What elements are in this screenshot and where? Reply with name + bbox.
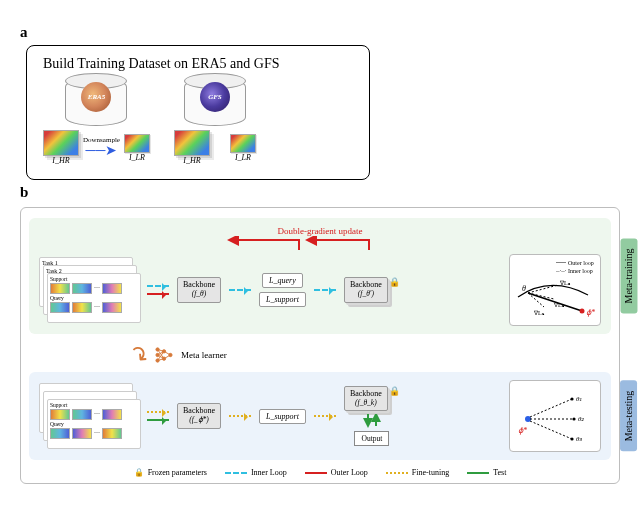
train-backbone-2: Backbone (f_θ') bbox=[344, 277, 388, 302]
test-inset: ϕ* θ₁ θ₂ θ₃ bbox=[509, 380, 601, 452]
train-task-3-card: Support … Query … bbox=[47, 273, 141, 323]
svg-text:──: ── bbox=[555, 259, 566, 267]
svg-text:θ₂: θ₂ bbox=[578, 415, 584, 423]
inner-arrow-icon bbox=[147, 285, 169, 287]
svg-text:∇L₃: ∇L₃ bbox=[559, 280, 571, 286]
thumb-icon bbox=[102, 283, 122, 294]
svg-line-29 bbox=[530, 399, 572, 417]
test-task-card: Support … Query … bbox=[47, 399, 141, 449]
panel-a-title: Build Training Dataset on ERA5 and GFS bbox=[43, 56, 353, 72]
thumb-icon bbox=[72, 428, 92, 439]
inner-line-icon bbox=[225, 472, 247, 474]
inner-arrow-icon bbox=[229, 289, 251, 291]
era5-globe-icon: ERA5 bbox=[81, 82, 111, 112]
test-backbone-2: Backbone (f_θ_k) bbox=[344, 386, 388, 411]
loss-query-box: L_query bbox=[262, 273, 303, 288]
thumb-icon bbox=[50, 409, 70, 420]
legend-inner: Inner Loop bbox=[251, 468, 287, 477]
svg-text:θ₁: θ₁ bbox=[576, 395, 582, 403]
test-output-arrows-icon bbox=[362, 414, 382, 428]
legend-test: Test bbox=[493, 468, 506, 477]
outer-arrow-icon bbox=[147, 293, 169, 295]
meta-testing-phase: Meta-testing Support … Query … Backbone … bbox=[29, 372, 611, 460]
thumb-icon bbox=[50, 283, 70, 294]
gfs-globe-icon: GFS bbox=[200, 82, 230, 112]
legend-frozen: Frozen parameters bbox=[148, 468, 207, 477]
thumb-icon bbox=[72, 283, 92, 294]
ft-line-icon bbox=[386, 472, 408, 474]
gfs-cylinder: GFS bbox=[184, 78, 246, 126]
era5-label: ERA5 bbox=[88, 93, 106, 101]
neural-net-icon bbox=[153, 344, 175, 366]
svg-point-32 bbox=[570, 397, 573, 400]
thumb-icon bbox=[72, 302, 92, 313]
thumb-icon bbox=[102, 302, 122, 313]
test-line-icon bbox=[467, 472, 489, 474]
outer-line-icon bbox=[305, 472, 327, 474]
legend-outer: Outer Loop bbox=[331, 468, 368, 477]
thumb-icon bbox=[50, 428, 70, 439]
svg-point-9 bbox=[580, 309, 585, 314]
loss-support-box: L_support bbox=[259, 292, 306, 307]
inner-arrow-icon bbox=[314, 289, 336, 291]
era5-cylinder: ERA5 bbox=[65, 78, 127, 126]
gfs-hr-heatmap-icon bbox=[174, 130, 210, 156]
test-support-label: Support bbox=[50, 402, 138, 408]
svg-text:ϕ*: ϕ* bbox=[586, 308, 595, 317]
lock-icon: 🔒 bbox=[389, 386, 400, 396]
lock-icon: 🔒 bbox=[134, 468, 144, 477]
test-task-stack: Support … Query … bbox=[39, 383, 139, 449]
svg-text:θ₃: θ₃ bbox=[576, 435, 583, 443]
finetune-arrow-icon bbox=[147, 411, 169, 413]
svg-text:ϕ*: ϕ* bbox=[518, 426, 527, 435]
meta-learner-label: Meta learner bbox=[181, 350, 227, 360]
dataset-era5: ERA5 I_HR Downsample ──➤ I_LR bbox=[43, 78, 150, 165]
test-arrow-icon bbox=[147, 419, 169, 421]
meta-training-tab: Meta-training bbox=[621, 239, 638, 314]
finetune-arrow-icon bbox=[314, 415, 336, 417]
era5-lr-label: I_LR bbox=[129, 153, 145, 162]
lock-icon: 🔒 bbox=[389, 277, 400, 287]
meta-training-phase: Meta-training Double-gradient update Tas… bbox=[29, 218, 611, 334]
legend-ft: Fine-tuning bbox=[412, 468, 449, 477]
test-backbone-1: Backbone (f_ϕ*) bbox=[177, 403, 221, 428]
outer-loop-top-arrows-icon bbox=[39, 236, 601, 254]
train-support-label: Support bbox=[50, 276, 138, 282]
gfs-lr-heatmap-icon bbox=[230, 134, 256, 153]
downsample-arrow-icon: Downsample ──➤ bbox=[83, 137, 120, 158]
svg-line-8 bbox=[528, 293, 582, 311]
thumb-icon bbox=[102, 409, 122, 420]
svg-line-31 bbox=[530, 421, 572, 439]
output-box: Output bbox=[354, 431, 389, 446]
train-inset: ── Outer loop –·–·Inner loop θ ∇L₁ ∇L₂ ∇… bbox=[509, 254, 601, 326]
double-gradient-update-label: Double-gradient update bbox=[39, 226, 601, 236]
panel-a-box: Build Training Dataset on ERA5 and GFS E… bbox=[26, 45, 370, 180]
outer-loop-text: Outer loop bbox=[568, 260, 594, 266]
svg-point-36 bbox=[570, 437, 573, 440]
svg-text:∇L₁: ∇L₁ bbox=[533, 310, 545, 316]
panel-b-label: b bbox=[20, 184, 620, 201]
gfs-label: GFS bbox=[208, 93, 222, 101]
panel-b-box: Meta-training Double-gradient update Tas… bbox=[20, 207, 620, 484]
dataset-gfs: GFS I_HR I_LR bbox=[174, 78, 256, 165]
test-query-label: Query bbox=[50, 421, 138, 427]
panel-a-label: a bbox=[20, 24, 620, 41]
meta-testing-tab: Meta-testing bbox=[621, 381, 638, 452]
svg-text:–·–·: –·–· bbox=[555, 267, 567, 275]
finetune-arrow-icon bbox=[229, 415, 251, 417]
era5-lr-heatmap-icon bbox=[124, 134, 150, 153]
gfs-lr-label: I_LR bbox=[235, 153, 251, 162]
legend: 🔒Frozen parameters Inner Loop Outer Loop… bbox=[29, 468, 611, 477]
era5-hr-label: I_HR bbox=[52, 156, 69, 165]
train-query-label: Query bbox=[50, 295, 138, 301]
curve-arrow-icon: ↷ bbox=[123, 339, 154, 370]
thumb-icon bbox=[72, 409, 92, 420]
meta-learner-connector: ↷ Meta learner bbox=[129, 342, 611, 368]
gfs-hr-label: I_HR bbox=[183, 156, 200, 165]
train-backbone-1: Backbone (f_θ) bbox=[177, 277, 221, 302]
svg-point-34 bbox=[572, 417, 575, 420]
era5-hr-heatmap-icon bbox=[43, 130, 79, 156]
theta-text: θ bbox=[522, 284, 526, 293]
inner-loop-text: Inner loop bbox=[568, 268, 593, 274]
train-task-stack: Task 1 Task 2 Support … Query … bbox=[39, 257, 139, 323]
